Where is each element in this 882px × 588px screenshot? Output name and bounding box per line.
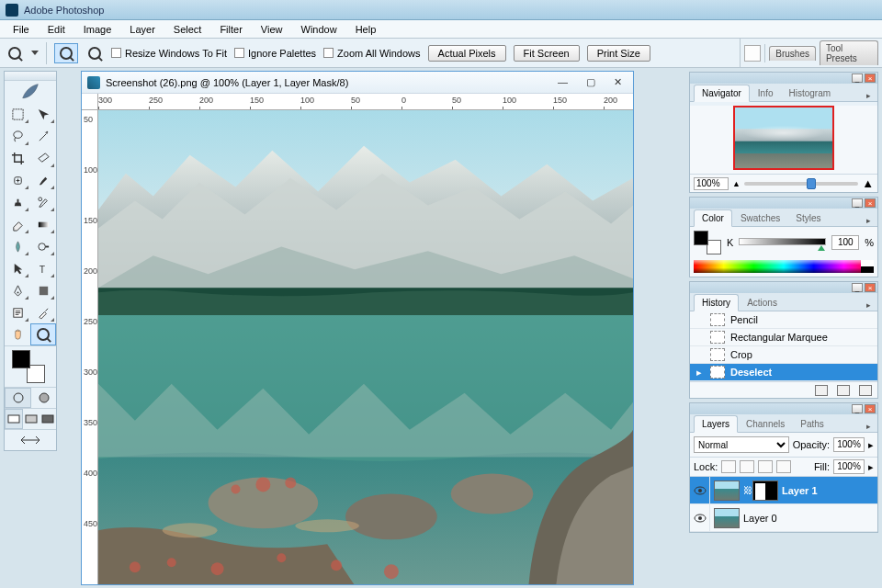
panel-menu-button[interactable] [863, 215, 874, 226]
menu-edit[interactable]: Edit [39, 21, 74, 38]
history-tab[interactable]: History [694, 294, 739, 311]
path-selection-tool[interactable] [5, 257, 30, 279]
screen-mode-full[interactable] [40, 409, 56, 429]
tool-preset-dropdown-icon[interactable] [31, 51, 39, 55]
magic-wand-tool[interactable] [30, 125, 56, 147]
standard-mode-button[interactable] [5, 388, 31, 408]
history-item[interactable]: Rectangular Marquee [690, 329, 877, 346]
zoom-all-checkbox[interactable]: Zoom All Windows [323, 48, 420, 59]
zoom-out-small-icon[interactable]: ▲ [732, 179, 741, 188]
vertical-ruler[interactable]: 50100150200250300350400450 [82, 110, 98, 584]
zoom-out-button[interactable] [85, 44, 104, 62]
bg-color-icon[interactable] [707, 240, 721, 254]
document-titlebar[interactable]: Screenshot (26).png @ 100% (Layer 1, Lay… [82, 72, 633, 94]
canvas[interactable] [98, 110, 633, 584]
minimize-panel-button[interactable]: _ [852, 283, 863, 292]
menu-help[interactable]: Help [346, 21, 386, 38]
minimize-panel-button[interactable]: _ [852, 404, 863, 413]
channels-tab[interactable]: Channels [739, 416, 792, 432]
menu-view[interactable]: View [252, 21, 292, 38]
lasso-tool[interactable] [5, 125, 30, 147]
visibility-toggle-icon[interactable] [690, 477, 710, 503]
layer-name[interactable]: Layer 1 [782, 485, 818, 496]
fit-screen-button[interactable]: Fit Screen [514, 45, 580, 62]
pen-tool[interactable] [5, 279, 30, 301]
opacity-flyout-icon[interactable]: ▸ [868, 439, 874, 451]
info-tab[interactable]: Info [751, 85, 781, 101]
layer-mask-thumbnail[interactable] [752, 481, 778, 501]
lock-pixels-icon[interactable] [740, 460, 754, 473]
history-item[interactable]: ▸Deselect [690, 364, 877, 381]
jump-to-imageready-button[interactable] [5, 430, 56, 450]
menu-layer[interactable]: Layer [120, 21, 164, 38]
swatches-tab[interactable]: Swatches [733, 210, 787, 226]
shape-tool[interactable] [30, 279, 56, 301]
history-item[interactable]: Pencil [690, 311, 877, 329]
k-slider[interactable] [739, 238, 826, 247]
brush-tool[interactable] [30, 169, 56, 191]
menu-window[interactable]: Window [292, 21, 346, 38]
eyedropper-tool[interactable] [30, 301, 56, 323]
color-tab[interactable]: Color [694, 209, 732, 227]
file-browser-icon[interactable] [744, 45, 761, 62]
fill-value[interactable]: 100% [833, 459, 865, 474]
history-brush-tool[interactable] [30, 191, 56, 213]
minimize-button[interactable]: — [558, 76, 568, 88]
brushes-tab[interactable]: Brushes [769, 46, 816, 61]
layer-item[interactable]: ⛓Layer 1 [690, 477, 877, 504]
menu-file[interactable]: File [4, 21, 39, 38]
healing-brush-tool[interactable] [5, 169, 30, 191]
fg-color-icon[interactable] [694, 231, 708, 245]
layer-thumbnail[interactable] [714, 508, 740, 528]
navigator-thumbnail[interactable] [733, 106, 834, 170]
panel-menu-button[interactable] [863, 421, 874, 432]
color-panel-swatches[interactable] [694, 231, 721, 254]
toolbox-grip[interactable] [5, 72, 56, 81]
ruler-origin[interactable] [82, 94, 98, 110]
foreground-color-swatch[interactable] [12, 350, 30, 368]
horizontal-ruler[interactable]: 30025020015010050050100150200 [98, 94, 633, 110]
minimize-panel-button[interactable]: _ [852, 74, 863, 83]
print-size-button[interactable]: Print Size [587, 45, 650, 62]
delete-state-icon[interactable] [859, 385, 872, 396]
zoom-tool[interactable] [30, 323, 56, 345]
actions-tab[interactable]: Actions [740, 295, 785, 311]
quick-mask-mode-button[interactable] [31, 388, 56, 408]
hand-tool[interactable] [5, 323, 30, 345]
new-document-from-state-icon[interactable] [815, 385, 828, 396]
notes-tool[interactable] [5, 301, 30, 323]
maximize-button[interactable]: ▢ [586, 76, 595, 88]
blend-mode-select[interactable]: Normal [694, 436, 789, 453]
zoom-input[interactable] [694, 177, 729, 190]
mask-link-icon[interactable]: ⛓ [743, 485, 752, 495]
zoom-slider[interactable] [744, 182, 858, 186]
k-value[interactable]: 100 [831, 235, 859, 250]
paths-tab[interactable]: Paths [793, 416, 831, 432]
panel-menu-button[interactable] [863, 90, 874, 101]
lock-position-icon[interactable] [758, 460, 773, 473]
gradient-tool[interactable] [30, 213, 56, 235]
close-panel-button[interactable]: × [865, 283, 876, 292]
navigator-tab[interactable]: Navigator [694, 85, 750, 102]
opacity-value[interactable]: 100% [833, 437, 865, 452]
type-tool[interactable]: T [30, 257, 56, 279]
fill-flyout-icon[interactable]: ▸ [868, 461, 874, 473]
current-tool-icon[interactable] [6, 44, 24, 62]
history-item[interactable]: Crop [690, 346, 877, 364]
ignore-palettes-checkbox[interactable]: Ignore Palettes [234, 48, 316, 59]
slice-tool[interactable] [30, 147, 56, 169]
screen-mode-full-menubar[interactable] [23, 409, 40, 429]
tool-presets-tab[interactable]: Tool Presets [820, 40, 878, 65]
actual-pixels-button[interactable]: Actual Pixels [428, 45, 506, 62]
lock-transparency-icon[interactable] [721, 460, 736, 473]
zoom-in-large-icon[interactable]: ▲ [862, 176, 874, 190]
zoom-in-button[interactable] [54, 43, 78, 63]
histogram-tab[interactable]: Histogram [782, 85, 839, 101]
close-button[interactable]: ✕ [614, 76, 622, 88]
close-panel-button[interactable]: × [865, 74, 876, 83]
lock-all-icon[interactable] [776, 460, 791, 473]
menu-image[interactable]: Image [74, 21, 121, 38]
minimize-panel-button[interactable]: _ [852, 198, 863, 208]
marquee-tool[interactable] [5, 103, 30, 125]
screen-mode-standard[interactable] [5, 409, 23, 429]
